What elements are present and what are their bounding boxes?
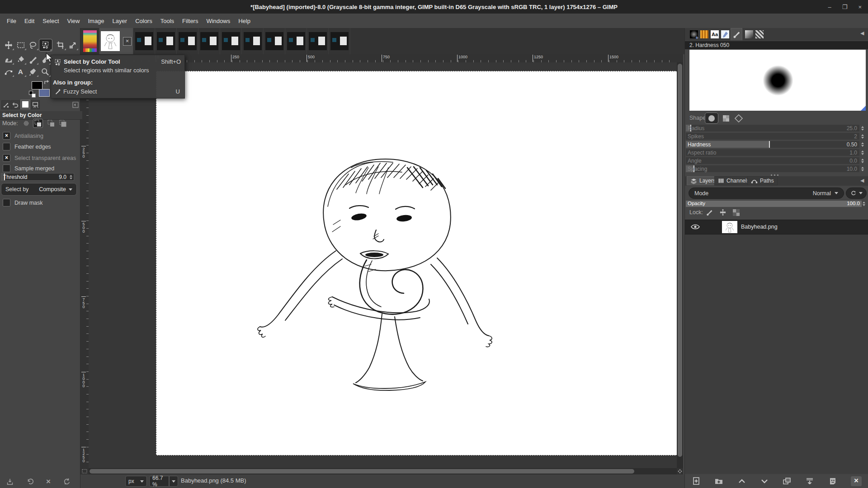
opacity-slider[interactable]: Opacity 100.0 [686, 201, 862, 207]
horizontal-scrollbar-thumb[interactable] [90, 469, 634, 474]
lock-position-icon[interactable] [719, 209, 726, 216]
lower-layer-button[interactable] [760, 477, 769, 486]
tooltip-group-item[interactable]: Fuzzy Select [63, 88, 97, 95]
background-color-swatch[interactable] [39, 89, 50, 97]
tool-select-by-color-active[interactable] [39, 39, 52, 52]
collapse-dock-icon[interactable]: ◀ [860, 30, 864, 36]
hardness-spinner[interactable] [861, 142, 864, 147]
menu-view[interactable]: View [63, 15, 84, 27]
tab-fonts[interactable]: Aa [710, 29, 720, 39]
tool-paintbrush[interactable] [27, 54, 39, 65]
merge-layer-button[interactable] [805, 477, 814, 486]
minimize-button[interactable]: – [828, 4, 831, 10]
tool-ink[interactable] [27, 66, 39, 77]
menu-file[interactable]: File [3, 15, 20, 27]
spikes-spinner[interactable] [861, 134, 864, 139]
raise-layer-button[interactable] [737, 477, 746, 486]
checkbox-draw-mask[interactable]: Draw mask [3, 199, 43, 206]
spacing-slider[interactable]: Spacing10.0 [686, 165, 859, 172]
menu-select[interactable]: Select [38, 15, 63, 27]
image-tab[interactable] [307, 28, 329, 54]
navigation-icon[interactable] [677, 468, 683, 474]
angle-slider[interactable]: Angle0.0 [686, 157, 859, 164]
new-layer-button[interactable] [692, 477, 701, 486]
tool-move[interactable] [3, 40, 14, 51]
close-tab-icon[interactable]: × [123, 37, 132, 46]
layer-thumbnail[interactable] [722, 221, 737, 233]
collapse-dock-icon[interactable]: ◀ [860, 178, 864, 183]
tool-zoom[interactable] [39, 66, 51, 77]
mode-intersect-button[interactable] [58, 119, 68, 128]
checkbox-sample-merged[interactable]: Sample merged [3, 164, 54, 172]
default-colors-icon-bg[interactable] [32, 94, 36, 98]
checkbox-feather-edges[interactable]: Feather edges [3, 143, 51, 150]
tab-document-history[interactable] [720, 29, 730, 39]
layer-row-babyhead[interactable]: Babyhead.png [685, 220, 868, 235]
horizontal-scrollbar[interactable] [89, 468, 677, 474]
image-tab-magazine[interactable] [80, 28, 99, 54]
menu-tools[interactable]: Tools [156, 15, 178, 27]
menu-layer[interactable]: Layer [108, 15, 132, 27]
shape-circle-button[interactable] [705, 113, 718, 124]
duplicate-layer-button[interactable] [783, 477, 792, 486]
close-button[interactable]: × [858, 4, 862, 10]
image-tab[interactable] [242, 28, 264, 54]
tab-undo-history[interactable] [11, 100, 20, 109]
image-tab[interactable] [177, 28, 198, 54]
image-tab[interactable] [329, 28, 350, 54]
delete-layer-button[interactable]: × [851, 476, 862, 486]
angle-spinner[interactable] [861, 159, 864, 163]
menu-help[interactable]: Help [234, 15, 255, 27]
menu-colors[interactable]: Colors [131, 15, 156, 27]
save-tool-preset-button[interactable] [5, 476, 15, 487]
tool-text[interactable]: A [15, 66, 27, 77]
spikes-slider[interactable]: Spikes2 [686, 133, 859, 140]
layer-visibility-eye-icon[interactable] [689, 221, 702, 233]
foreground-color-swatch[interactable] [32, 81, 42, 89]
vertical-scrollbar-thumb[interactable] [678, 64, 682, 457]
image-tab[interactable] [198, 28, 220, 54]
tool-unified-transform[interactable] [67, 40, 79, 51]
tool-rectangle-select[interactable] [15, 40, 27, 51]
tab-gradients[interactable] [744, 29, 754, 39]
opacity-spinner[interactable] [863, 202, 865, 206]
swap-colors-icon[interactable] [43, 80, 50, 85]
delete-tool-preset-button[interactable]: × [43, 476, 54, 487]
select-by-dropdown[interactable]: Select by Composite [1, 183, 77, 196]
menu-filters[interactable]: Filters [178, 15, 202, 27]
spacing-spinner[interactable] [861, 167, 864, 171]
tab-image-thumbnail-active[interactable] [20, 99, 30, 109]
zoom-value[interactable]: 66.7 % [149, 476, 169, 487]
preview-resize-handle[interactable] [861, 106, 866, 111]
tab-patterns[interactable] [699, 29, 709, 39]
tool-warp-transform[interactable] [3, 54, 14, 65]
mode-subtract-button[interactable] [46, 119, 56, 128]
lock-pixels-icon[interactable] [706, 209, 713, 216]
aspect-ratio-slider[interactable]: Aspect ratio1.0 [686, 149, 859, 156]
menu-image[interactable]: Image [84, 15, 108, 27]
image-tab-babyhead-active[interactable]: × [99, 28, 133, 54]
unit-dropdown[interactable]: px [125, 476, 147, 487]
menu-edit[interactable]: Edit [20, 15, 38, 27]
tool-bucket-fill[interactable] [15, 54, 27, 65]
tab-palettes[interactable] [755, 29, 764, 39]
vertical-scrollbar[interactable] [677, 62, 683, 468]
canvas-viewport[interactable] [89, 62, 677, 468]
lock-alpha-icon[interactable] [733, 209, 740, 216]
radius-slider[interactable]: Radius25.0 [686, 125, 859, 131]
tab-paths[interactable]: Paths [747, 176, 778, 185]
threshold-spinner[interactable] [70, 175, 72, 179]
mode-add-button[interactable] [33, 119, 43, 128]
tab-device-status[interactable] [31, 100, 40, 109]
image-tab[interactable] [220, 28, 242, 54]
add-mask-button[interactable] [828, 477, 837, 486]
menu-windows[interactable]: Windows [202, 15, 234, 27]
restore-tool-preset-button[interactable] [25, 476, 36, 487]
layer-mode-reset-button[interactable] [846, 188, 867, 199]
image-tab[interactable] [285, 28, 307, 54]
hardness-slider[interactable]: Hardness0.50 [686, 141, 859, 148]
tab-brushes[interactable]: + [689, 29, 699, 39]
checkbox-select-transparent[interactable]: × Select transparent areas [3, 154, 76, 162]
tool-paths[interactable] [3, 66, 14, 77]
threshold-slider[interactable]: Threshold 9.0 [1, 173, 74, 181]
